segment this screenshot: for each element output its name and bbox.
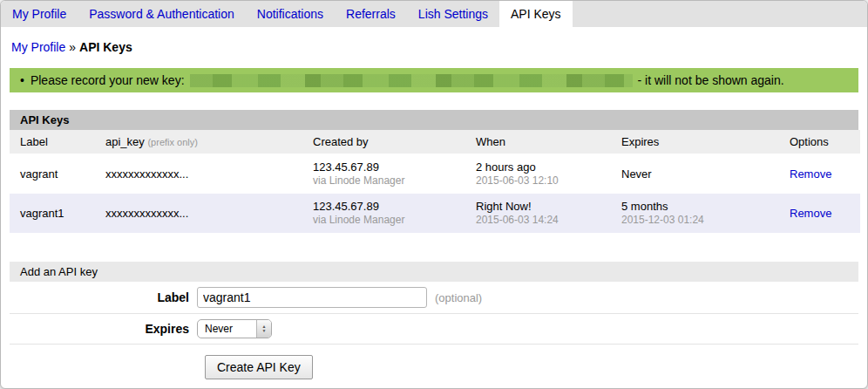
redacted-api-key xyxy=(190,74,633,87)
cell-created-by: 123.45.67.89 via Linode Manager xyxy=(313,194,476,233)
cell-expires: 5 months 2015-12-03 01:24 xyxy=(621,194,790,233)
tab-password-authentication[interactable]: Password & Authentication xyxy=(78,1,246,27)
breadcrumb-current-page: API Keys xyxy=(79,40,132,54)
label-field-row: Label (optional) xyxy=(10,282,858,314)
profile-tabbar: My Profile Password & Authentication Not… xyxy=(1,1,867,27)
breadcrumb: My Profile»API Keys xyxy=(1,27,867,54)
tab-notifications[interactable]: Notifications xyxy=(246,1,335,27)
col-header-options: Options xyxy=(790,130,860,154)
expires-date-text: 2015-12-03 01:24 xyxy=(621,214,783,227)
breadcrumb-separator: » xyxy=(69,40,76,54)
api-keys-table: Label api_key (prefix only) Created by W… xyxy=(10,130,860,233)
cell-options: Remove xyxy=(790,154,860,194)
label-input[interactable] xyxy=(197,287,427,308)
notice-prefix-text: Please record your new key: xyxy=(31,73,185,87)
col-header-expires: Expires xyxy=(621,130,790,154)
created-via-text: via Linode Manager xyxy=(313,174,469,188)
remove-key-link[interactable]: Remove xyxy=(790,207,831,220)
label-optional-note: (optional) xyxy=(435,291,482,304)
notice-bullet: • xyxy=(20,73,24,87)
cell-options: Remove xyxy=(790,194,860,233)
tab-api-keys[interactable]: API Keys xyxy=(499,1,573,27)
table-row: vagrant xxxxxxxxxxxxx... 123.45.67.89 vi… xyxy=(10,154,860,194)
created-via-text: via Linode Manager xyxy=(313,214,469,227)
new-key-notice: • Please record your new key: - it will … xyxy=(10,68,858,92)
col-header-api-key-note: (prefix only) xyxy=(147,137,197,147)
create-api-key-button[interactable]: Create API Key xyxy=(205,355,313,379)
cell-api-key: xxxxxxxxxxxxx... xyxy=(105,154,313,194)
select-stepper-icon: ▲▼ xyxy=(256,320,271,338)
cell-label: vagrant1 xyxy=(10,194,105,233)
cell-api-key: xxxxxxxxxxxxx... xyxy=(105,194,313,233)
breadcrumb-my-profile-link[interactable]: My Profile xyxy=(11,40,65,54)
col-header-when: When xyxy=(476,130,621,154)
cell-label: vagrant xyxy=(10,154,105,194)
cell-created-by: 123.45.67.89 via Linode Manager xyxy=(313,154,476,194)
expires-field-label: Expires xyxy=(10,322,197,336)
cell-when: 2 hours ago 2015-06-03 12:10 xyxy=(476,154,621,194)
col-header-api-key: api_key (prefix only) xyxy=(105,130,313,154)
when-date-text: 2015-06-03 12:10 xyxy=(476,174,614,188)
api-keys-section-title: API Keys xyxy=(10,110,858,130)
tab-lish-settings[interactable]: Lish Settings xyxy=(407,1,499,27)
col-header-created-by: Created by xyxy=(313,130,476,154)
when-date-text: 2015-06-03 14:24 xyxy=(476,214,614,227)
remove-key-link[interactable]: Remove xyxy=(790,167,831,181)
cell-expires: Never xyxy=(621,154,790,194)
submit-row: Create API Key xyxy=(10,355,858,379)
profile-api-keys-page: My Profile Password & Authentication Not… xyxy=(0,0,868,389)
expires-select[interactable]: Never ▲▼ xyxy=(197,319,272,338)
notice-suffix-text: - it will not be shown again. xyxy=(638,73,784,87)
cell-when: Right Now! 2015-06-03 14:24 xyxy=(476,194,621,233)
col-header-label: Label xyxy=(10,130,105,154)
label-field-label: Label xyxy=(10,290,197,304)
expires-field-row: Expires Never ▲▼ xyxy=(10,314,858,345)
table-row: vagrant1 xxxxxxxxxxxxx... 123.45.67.89 v… xyxy=(10,194,860,233)
expires-selected-value: Never xyxy=(198,323,256,335)
tab-referrals[interactable]: Referrals xyxy=(335,1,407,27)
table-header-row: Label api_key (prefix only) Created by W… xyxy=(10,130,860,154)
add-api-key-section-title: Add an API key xyxy=(10,262,858,282)
tab-my-profile[interactable]: My Profile xyxy=(1,1,78,27)
add-api-key-section: Add an API key Label (optional) Expires … xyxy=(10,262,858,379)
api-keys-section: API Keys Label api_key (prefix only) Cre… xyxy=(10,110,858,233)
